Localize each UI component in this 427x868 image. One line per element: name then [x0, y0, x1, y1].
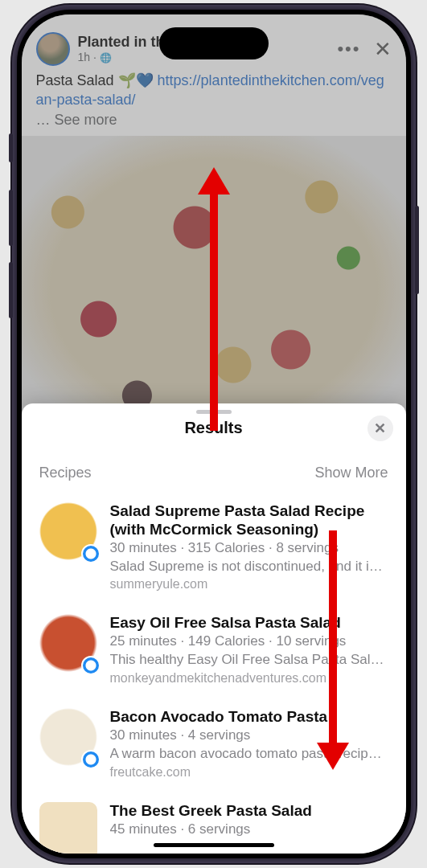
- close-sheet-button[interactable]: ✕: [367, 416, 393, 441]
- annotation-arrow-down-icon: [329, 530, 337, 747]
- safari-icon: [81, 544, 101, 563]
- safari-icon: [81, 656, 101, 675]
- result-description: Salad Supreme is not discontinued, and i…: [110, 558, 388, 576]
- power-button: [415, 206, 419, 294]
- side-button: [9, 133, 13, 162]
- result-meta: 45 minutes · 6 servings: [110, 821, 388, 839]
- dynamic-island: [159, 27, 269, 59]
- result-source: summeryule.com: [110, 577, 388, 592]
- screen: Planted in th 1h · 🌐 ••• ✕ Pasta Salad 🌱…: [22, 14, 406, 854]
- results-sheet[interactable]: Results ✕ Recipes Show More: [22, 403, 406, 854]
- result-title: Easy Oil Free Salsa Pasta Salad: [110, 614, 388, 633]
- show-more-button[interactable]: Show More: [314, 465, 388, 481]
- home-indicator[interactable]: [154, 843, 274, 847]
- result-source: monkeyandmekitchenadventures.com: [110, 671, 388, 686]
- section-label: Recipes: [39, 465, 92, 481]
- results-list[interactable]: Salad Supreme Pasta Salad Recipe (with M…: [22, 491, 406, 854]
- result-title: The Best Greek Pasta Salad: [110, 802, 388, 821]
- close-icon: ✕: [374, 420, 386, 437]
- phone-frame: Planted in th 1h · 🌐 ••• ✕ Pasta Salad 🌱…: [12, 5, 416, 863]
- result-title: Bacon Avocado Tomato Pasta: [110, 708, 388, 727]
- annotation-arrow-up-icon: [210, 190, 218, 431]
- result-thumbnail: [39, 802, 97, 854]
- safari-icon: [81, 750, 101, 769]
- volume-down-button: [9, 262, 13, 318]
- volume-up-button: [9, 190, 13, 246]
- result-title: Salad Supreme Pasta Salad Recipe (with M…: [110, 502, 388, 539]
- result-description: This healthy Easy Oil Free Salsa Pasta S…: [110, 651, 388, 669]
- result-meta: 25 minutes · 149 Calories · 10 servings: [110, 633, 388, 651]
- result-meta: 30 minutes · 315 Calories · 8 servings: [110, 539, 388, 558]
